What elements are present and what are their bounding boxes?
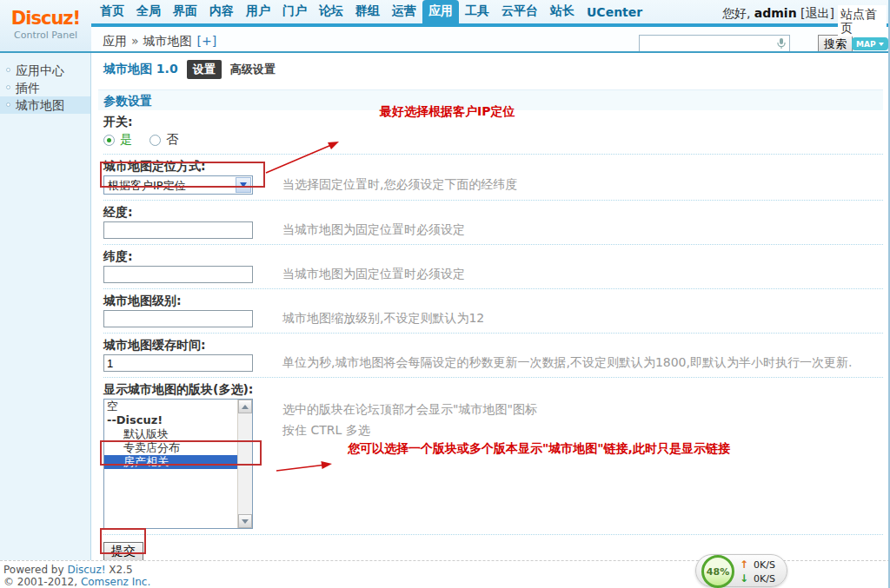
- listbox-option-store-distribution[interactable]: 专卖店分布: [104, 441, 237, 455]
- gauge-percent: 48%: [707, 566, 729, 578]
- logout-link[interactable]: [退出]: [800, 6, 834, 20]
- powered-prefix: Powered by: [3, 564, 64, 576]
- radio-no-label: 否: [166, 132, 178, 148]
- nav-item-forum[interactable]: 论坛: [313, 0, 349, 23]
- field-label: 纬度:: [103, 248, 883, 264]
- listbox-scrollbar[interactable]: [237, 400, 252, 528]
- sidebar: 应用中心 插件 城市地图: [0, 53, 91, 560]
- username: admin: [754, 6, 797, 20]
- discuz-admin-page: Discuz! Control Panel 首页 全局 界面 内容 用户 门户 …: [0, 0, 890, 588]
- microphone-icon[interactable]: [776, 37, 787, 50]
- field-hint: 单位为秒,城市地图将会每隔设定的秒数更新一次数据,不设定则默认为1800,即默认…: [282, 355, 852, 371]
- field-hint: 当选择固定位置时,您必须设定下面的经纬度: [282, 177, 517, 193]
- form-row-map-level: 城市地图级别: 城市地图缩放级别,不设定则默认为12: [103, 289, 883, 334]
- header: Discuz! Control Panel 首页 全局 界面 内容 用户 门户 …: [0, 0, 890, 51]
- sidebar-item-label: 应用中心: [16, 63, 64, 77]
- radio-yes-label: 是: [120, 132, 132, 148]
- breadcrumb-separator: »: [131, 34, 139, 48]
- search-input[interactable]: [641, 36, 772, 50]
- nav-item-tools[interactable]: 工具: [459, 0, 495, 23]
- cache-time-input[interactable]: [103, 354, 253, 372]
- top-nav: 首页 全局 界面 内容 用户 门户 论坛 群组 运营 应用 工具 云平台 站长 …: [94, 0, 648, 23]
- sidebar-item-city-map[interactable]: 城市地图: [0, 96, 90, 114]
- map-badge-down-icon: [879, 43, 884, 46]
- form-row-forums: 显示城市地图的版块(多选): 空 --Discuz! 默认版块 专卖店分布 房产…: [103, 378, 883, 535]
- tab-settings[interactable]: 设置: [187, 60, 222, 79]
- gauge-percent-icon: 48%: [701, 555, 734, 588]
- field-hint: 当城市地图为固定位置时必须设定: [282, 267, 465, 282]
- sidebar-item-plugins[interactable]: 插件: [0, 79, 90, 96]
- field-label: 城市地图级别:: [103, 293, 883, 308]
- scroll-up-icon[interactable]: [238, 400, 252, 413]
- upload-speed: 0K/S: [754, 559, 775, 571]
- main-content: 城市地图 1.0 设置 高级设置 参数设置 开关: 是 否: [92, 53, 890, 560]
- sidebar-item-label: 城市地图: [16, 98, 64, 112]
- upload-arrow-icon: ↑: [740, 558, 748, 571]
- download-arrow-icon: ↓: [740, 572, 748, 585]
- breadcrumb-section[interactable]: 应用: [103, 34, 127, 48]
- listbox-option-discuz[interactable]: --Discuz!: [104, 413, 237, 427]
- nav-item-users[interactable]: 用户: [240, 0, 276, 23]
- copyright-prefix: © 2001-2012,: [3, 576, 77, 588]
- forums-listbox[interactable]: 空 --Discuz! 默认版块 专卖店分布 房产相关: [103, 399, 253, 529]
- field-label: 城市地图缓存时间:: [103, 337, 883, 353]
- radio-no[interactable]: [149, 135, 161, 146]
- nav-item-interface[interactable]: 界面: [167, 0, 203, 23]
- breadcrumb-expand[interactable]: [+]: [197, 34, 217, 48]
- map-badge[interactable]: MAP: [852, 37, 888, 50]
- form-row-cache-time: 城市地图缓存时间: 单位为秒,城市地图将会每隔设定的秒数更新一次数据,不设定则默…: [103, 334, 883, 378]
- locate-mode-value: 根据客户IP定位: [108, 178, 186, 194]
- locate-mode-select[interactable]: 根据客户IP定位: [103, 175, 253, 195]
- section-title: 参数设置: [98, 89, 883, 110]
- nav-item-groups[interactable]: 群组: [349, 0, 386, 23]
- field-hint-line2: 按住 CTRL 多选: [282, 420, 537, 440]
- nav-item-ucenter[interactable]: UCenter: [581, 2, 648, 23]
- sidebar-item-label: 插件: [16, 81, 40, 95]
- listbox-option-empty[interactable]: 空: [104, 400, 237, 413]
- switch-radio-group: 是 否: [103, 131, 178, 149]
- submit-button[interactable]: 提交: [103, 542, 143, 561]
- map-badge-label: MAP: [856, 40, 876, 49]
- longitude-input[interactable]: [103, 221, 253, 239]
- nav-item-operation[interactable]: 运营: [386, 0, 422, 23]
- breadcrumb-page[interactable]: 城市地图: [143, 34, 192, 48]
- site-home-link[interactable]: 站点首页: [838, 5, 887, 36]
- listbox-option-default-forum[interactable]: 默认版块: [104, 427, 237, 441]
- nav-item-webmaster[interactable]: 站长: [544, 0, 581, 23]
- title-row: 城市地图 1.0 设置 高级设置: [92, 53, 890, 79]
- discuz-logo[interactable]: Discuz! Control Panel: [0, 0, 91, 51]
- search-box: [639, 35, 790, 52]
- nav-item-apps-active[interactable]: 应用: [422, 0, 459, 23]
- nav-item-content[interactable]: 内容: [203, 0, 240, 23]
- form-row-locate-mode: 城市地图定位方式: 根据客户IP定位 当选择固定位置时,您必须设定下面的经纬度: [103, 155, 883, 201]
- search-button[interactable]: 搜索: [818, 35, 853, 53]
- comsenz-link[interactable]: Comsenz Inc.: [81, 576, 150, 588]
- logo-subtitle: Control Panel: [0, 30, 91, 41]
- field-label: 城市地图定位方式:: [103, 158, 883, 174]
- scroll-down-icon[interactable]: [238, 514, 252, 528]
- bullet-icon: [6, 102, 10, 107]
- tab-advanced-settings[interactable]: 高级设置: [230, 62, 276, 77]
- discuz-link[interactable]: Discuz!: [67, 564, 105, 576]
- download-gauge-widget[interactable]: 48% ↑ 0K/S ↓ 0K/S: [695, 554, 787, 587]
- select-dropdown-icon[interactable]: [236, 177, 251, 193]
- field-label: 开关:: [103, 114, 883, 129]
- radio-yes[interactable]: [103, 135, 115, 146]
- form-row-longitude: 经度: 当城市地图为固定位置时必须设定: [103, 201, 883, 245]
- nav-item-global[interactable]: 全局: [130, 0, 167, 23]
- field-hints: 选中的版块在论坛顶部才会显示"城市地图"图标 按住 CTRL 多选: [282, 399, 537, 440]
- nav-item-home[interactable]: 首页: [94, 0, 130, 23]
- listbox-option-real-estate-selected[interactable]: 房产相关: [104, 455, 237, 469]
- nav-item-cloud[interactable]: 云平台: [495, 0, 544, 23]
- field-hint-line1: 选中的版块在论坛顶部才会显示"城市地图"图标: [282, 399, 537, 420]
- logo-title: Discuz!: [0, 8, 91, 29]
- field-label: 显示城市地图的版块(多选):: [103, 381, 883, 397]
- form-row-switch: 开关: 是 否: [103, 110, 883, 155]
- bullet-icon: [6, 85, 10, 89]
- nav-item-portal[interactable]: 门户: [276, 0, 313, 23]
- field-hint: 当城市地图为固定位置时必须设定: [282, 222, 465, 238]
- latitude-input[interactable]: [103, 266, 253, 283]
- form-row-latitude: 纬度: 当城市地图为固定位置时必须设定: [103, 245, 883, 289]
- sidebar-item-app-center[interactable]: 应用中心: [0, 62, 90, 79]
- map-level-input[interactable]: [103, 310, 253, 327]
